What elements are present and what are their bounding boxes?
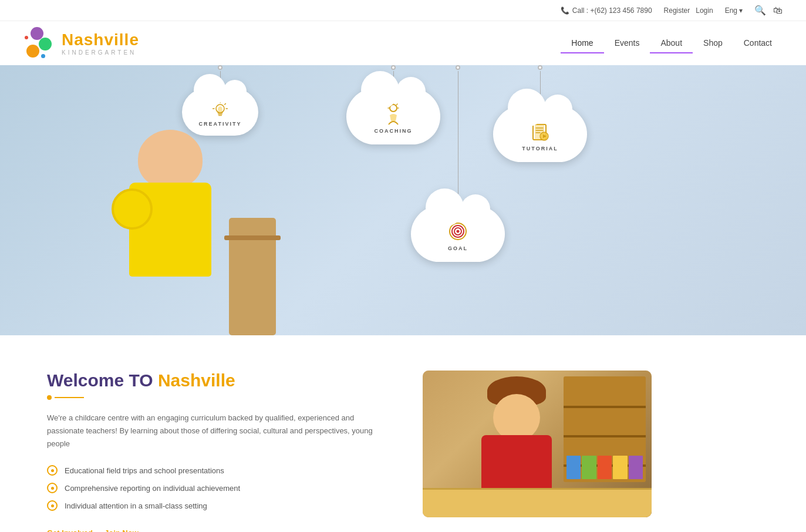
book-row [566,456,643,479]
cloud-tutorial: TUTORIAL [493,65,587,162]
feature-text-1: Educational field trips and school prese… [65,466,224,475]
hero-section: CREATIVITY [0,65,806,335]
dot-red [25,36,28,39]
girl-shirt [481,435,552,494]
logo-sub: KINDERGARTEN [62,49,139,56]
section-title-part1: Welcome TO [47,371,158,390]
dot-blue [41,54,45,58]
cloud-goal: GOAL [411,65,505,262]
header: Nashville KINDERGARTEN Home Events About… [0,21,806,65]
photo-background [423,371,652,517]
content-section: Welcome TO Nashville We're a childcare c… [0,335,806,532]
string-goal [458,71,458,206]
feature-list: Educational field trips and school prese… [47,465,387,511]
nav-about[interactable]: About [650,33,693,53]
content-right [423,371,652,517]
tutorial-icon [528,120,552,143]
underline-line [55,397,84,398]
cloud-shape-goal: GOAL [411,206,505,262]
feature-icon-1 [47,465,58,476]
book-2 [582,456,596,479]
auth-links: Register Login [664,6,713,15]
section-title-part2: Nashville [158,371,235,390]
book-3 [598,456,612,479]
feature-icon-2 [47,483,58,493]
cloud-hole-creativity [218,65,222,70]
logo-icon [23,27,56,59]
petal-green [39,38,52,50]
nav-events[interactable]: Events [604,33,650,53]
cloud-label-goal: GOAL [448,245,468,251]
title-underline [47,395,387,400]
search-icon[interactable]: 🔍 [754,5,766,16]
cta-links: Get Involved Join Now [47,528,387,532]
logo-text: Nashville KINDERGARTEN [62,31,139,56]
shelf-1 [564,406,646,408]
main-nav: Home Events About Shop Contact [561,33,783,53]
section-description: We're a childcare centre with an engagin… [47,412,387,450]
cloud-shape-tutorial: TUTORIAL [493,106,587,162]
feature-item-2: Comprehensive reporting on individual ac… [47,483,387,493]
get-involved-link[interactable]: Get Involved [47,528,93,532]
feature-text-2: Comprehensive reporting on individual ac… [65,484,240,493]
book-1 [566,456,581,479]
child-head [138,130,203,188]
logo-name: Nashville [62,31,139,49]
nav-home[interactable]: Home [561,33,603,53]
shelf-2 [564,435,646,437]
join-now-link[interactable]: Join Now [104,528,139,532]
lang-label: Eng [725,6,737,15]
goal-icon [446,220,470,243]
register-link[interactable]: Register [664,6,690,15]
content-left: Welcome TO Nashville We're a childcare c… [47,371,387,532]
underline-dot-1 [47,395,52,400]
language-selector[interactable]: Eng ▾ [725,6,743,15]
utility-icons: 🔍 🛍 [754,5,783,16]
logo[interactable]: Nashville KINDERGARTEN [23,27,139,59]
child-ladder [229,218,276,335]
logo-name-part1: Nash [62,31,104,49]
feature-item-1: Educational field trips and school prese… [47,465,387,476]
cloud-hole-tutorial [538,65,542,70]
nav-contact[interactable]: Contact [733,33,783,53]
svg-point-7 [390,105,397,112]
book-4 [613,456,627,479]
chevron-down-icon: ▾ [739,6,743,15]
feature-text-3: Individual attention in a small-class se… [65,501,207,510]
classroom-photo [423,371,652,517]
book-5 [629,456,643,479]
child-disc [112,188,153,230]
svg-line-11 [389,104,390,105]
login-link[interactable]: Login [696,6,713,15]
phone-info: 📞 Call : +(62) 123 456 7890 [561,6,652,15]
cart-icon[interactable]: 🛍 [773,5,783,16]
cloud-label-tutorial: TUTORIAL [522,146,558,151]
section-title: Welcome TO Nashville [47,371,387,390]
girl-head [493,394,540,441]
svg-line-9 [397,104,398,105]
svg-point-23 [457,230,460,233]
cloud-hole-coaching [391,65,396,70]
phone-icon: 📞 [561,6,569,15]
table-surface [423,488,652,517]
coaching-icon [382,102,405,126]
petal-yellow [26,45,39,58]
nav-shop[interactable]: Shop [693,33,733,53]
top-bar: 📞 Call : +(62) 123 456 7890 Register Log… [0,0,806,21]
bookshelf [564,376,646,482]
cloud-label-coaching: COACHING [375,128,413,134]
feature-item-3: Individual attention in a small-class se… [47,500,387,511]
feature-icon-3 [47,500,58,511]
cloud-hole-goal [456,65,460,70]
phone-number: Call : +(62) 123 456 7890 [572,6,652,15]
hero-child-figure [117,89,282,335]
logo-name-part2: ville [104,31,139,49]
